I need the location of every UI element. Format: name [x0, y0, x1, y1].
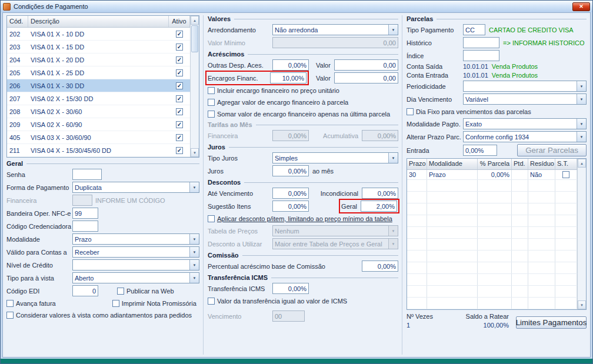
table-row-selected[interactable]: 206 VISA 01 X - 30 DD ✓ [7, 79, 190, 92]
encargos-valor-label: Valor [316, 75, 331, 82]
tipo-vista-row: Tipo para à vista Aberto ▼ [6, 272, 199, 283]
row-code: 209 [7, 121, 28, 128]
forma-pagamento-row: Forma de Pagamento Duplicata ▼ [6, 182, 199, 193]
acumulativa-input[interactable]: 0,00% [362, 130, 398, 141]
entrada-input[interactable]: 0,00% [463, 145, 497, 156]
column-header-description[interactable]: Descrição [28, 16, 169, 27]
grid-header-st[interactable]: S.T. [555, 159, 577, 169]
tipo-vista-label: Tipo para à vista [6, 275, 72, 282]
indice-input[interactable] [463, 50, 499, 61]
payment-conditions-window: Condições de Pagamento ✕ Cód. Descrição … [0, 0, 593, 364]
codigo-edi-input[interactable]: 0 [72, 285, 98, 296]
valor-minimo-input[interactable]: 0,00 [272, 37, 398, 48]
encargos-valor-input[interactable]: 0,00 [334, 72, 398, 84]
vencimento-input[interactable]: 00 [272, 310, 305, 322]
senha-input[interactable] [72, 169, 102, 180]
parcelas-grid-empty-row [407, 227, 577, 239]
scroll-up-icon[interactable]: ▲ [578, 159, 586, 168]
ate-vencimento-input[interactable]: 0,00% [272, 188, 309, 199]
publicar-web-label: Publicar na Web [126, 288, 174, 295]
historico-input[interactable] [463, 37, 499, 48]
table-row[interactable]: 202 VISA 01 X - 10 DD ✓ [7, 28, 190, 41]
transferencia-icms-input[interactable]: 0,00% [272, 283, 309, 294]
imprimir-nota-checkbox[interactable] [112, 300, 119, 307]
credenciadora-input[interactable] [72, 221, 98, 232]
dia-fixo-checkbox[interactable] [407, 108, 414, 115]
table-row[interactable]: 205 VISA 01 X - 25 DD ✓ [7, 66, 190, 79]
table-row[interactable]: 405 VISA 03 X - 30/60/90 ✓ [7, 131, 190, 144]
column-header-code[interactable]: Cód. [7, 16, 28, 27]
parcelas-grid-scrollbar[interactable]: ▲ ▼ [577, 159, 586, 309]
table-row[interactable]: 203 VISA 01 X - 15 DD ✓ [7, 41, 190, 54]
tabela-precos-select[interactable]: Nenhum ▼ [272, 225, 398, 236]
tipo-pagamento-input[interactable]: CC [463, 24, 485, 35]
valido-contas-select[interactable]: Receber ▼ [72, 246, 199, 258]
gerar-parcelas-button[interactable]: Gerar Parcelas [517, 144, 587, 156]
aplicar-desconto-checkbox[interactable] [208, 215, 215, 222]
active-checkbox[interactable]: ✓ [176, 69, 183, 76]
grid-header-ptd[interactable]: Ptd. [512, 159, 528, 169]
sugestao-input[interactable]: 0,00% [272, 201, 309, 212]
active-checkbox[interactable]: ✓ [176, 56, 183, 64]
modalidade-select[interactable]: Prazo ▼ [72, 233, 199, 245]
desconto-utilizar-select[interactable]: Maior entre Tabela de Preços e Geral ▼ [272, 238, 398, 249]
table-row[interactable]: 211 VISA 04 X - 15/30/45/60 DD ✓ [7, 144, 190, 157]
grid-header-prazo[interactable]: Prazo [407, 159, 427, 169]
periodicidade-select[interactable]: ▼ [463, 81, 587, 92]
grid-header-parcela[interactable]: % Parcela [478, 159, 512, 169]
parcelas-grid-empty-row [407, 251, 577, 262]
scrollbar-thumb[interactable] [191, 25, 198, 52]
scroll-down-icon[interactable]: ▼ [578, 300, 586, 309]
modalidade-pagto-select[interactable]: Exato ▼ [463, 118, 587, 129]
active-checkbox[interactable]: ✓ [176, 147, 183, 154]
table-row[interactable]: 208 VISA 02 X - 30/60 ✓ [7, 105, 190, 118]
scroll-down-icon[interactable]: ▼ [191, 148, 199, 157]
arredondamento-select[interactable]: Não arredonda ▼ [272, 24, 398, 35]
titlebar[interactable]: Condições de Pagamento ✕ [1, 1, 592, 12]
incluir-encargo-checkbox[interactable] [208, 87, 215, 94]
parcelas-grid-row[interactable]: 30 Prazo 0,00% Não [407, 170, 577, 180]
table-row[interactable]: 207 VISA 02 X - 15/30 DD ✓ [7, 92, 190, 105]
considerar-valores-checkbox[interactable] [6, 312, 14, 319]
parcelas-grid-empty-row [407, 180, 577, 192]
active-checkbox[interactable]: ✓ [176, 95, 183, 102]
table-row[interactable]: 204 VISA 01 X - 20 DD ✓ [7, 54, 190, 66]
juros-input[interactable]: 0,00% [272, 165, 309, 176]
valor-transferencia-checkbox[interactable] [208, 298, 215, 305]
outras-desp-input[interactable]: 0,00% [272, 59, 309, 71]
grid-header-modalidade[interactable]: Modalidade [427, 159, 478, 169]
active-checkbox[interactable]: ✓ [176, 82, 183, 89]
dia-vencimento-select[interactable]: Variável ▼ [463, 93, 587, 105]
comissao-input[interactable]: 0,00% [362, 261, 398, 272]
grid-header-residuo[interactable]: Resíduo [528, 159, 555, 169]
table-row[interactable]: 209 VISA 02 X - 60/90 ✓ [7, 118, 190, 131]
scroll-up-icon[interactable]: ▲ [191, 16, 199, 25]
incondicional-input[interactable]: 0,00% [362, 188, 398, 199]
tipo-juros-select[interactable]: Simples ▼ [272, 152, 398, 163]
outras-valor-input[interactable]: 0,00 [334, 59, 398, 71]
bandeira-input[interactable]: 99 [72, 208, 98, 219]
financeira-input[interactable] [72, 195, 92, 206]
publicar-web-checkbox[interactable] [117, 288, 124, 295]
somar-encargo-checkbox[interactable] [208, 111, 215, 118]
encargos-input[interactable]: 10,00% [270, 72, 307, 84]
alterar-prazo-select[interactable]: Conforme config 1934 ▼ [463, 131, 587, 142]
active-checkbox[interactable]: ✓ [176, 31, 183, 38]
st-checkbox[interactable] [562, 171, 569, 178]
row-code: 207 [7, 95, 28, 102]
agregar-encargo-checkbox[interactable] [208, 99, 215, 106]
active-checkbox[interactable]: ✓ [176, 121, 183, 128]
limites-pagamentos-button[interactable]: Limites Pagamentos [516, 316, 587, 329]
nivel-credito-select[interactable]: ▼ [72, 259, 199, 271]
active-checkbox[interactable]: ✓ [176, 108, 183, 115]
desconto-geral-input[interactable]: 2,00% [361, 201, 397, 212]
column-header-active[interactable]: Ativo [169, 16, 190, 27]
table-scrollbar[interactable]: ▲ ▼ [190, 16, 199, 157]
forma-pagamento-select[interactable]: Duplicata ▼ [72, 182, 199, 193]
close-button[interactable]: ✕ [572, 2, 590, 11]
tarifas-financeira-input[interactable]: 0,00% [272, 130, 309, 141]
tipo-vista-select[interactable]: Aberto ▼ [72, 272, 199, 283]
active-checkbox[interactable]: ✓ [176, 44, 183, 51]
avanca-fatura-checkbox[interactable] [6, 300, 14, 307]
active-checkbox[interactable]: ✓ [176, 134, 183, 141]
